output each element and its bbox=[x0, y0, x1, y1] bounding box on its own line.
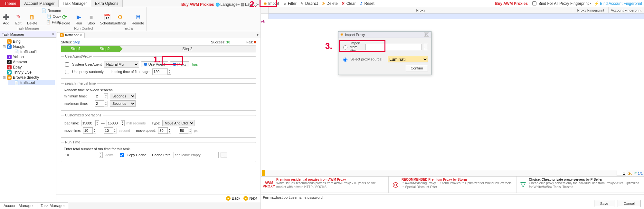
move-time-max[interactable] bbox=[104, 127, 113, 134]
tree-item-yahoo[interactable]: YYahoo bbox=[1, 54, 55, 59]
tips-link[interactable]: Tips bbox=[191, 62, 198, 66]
bind-account-button[interactable]: ⚡Bind Account Fingerprint bbox=[594, 1, 642, 6]
random-proxy-checkbox[interactable] bbox=[65, 70, 69, 74]
spinner-buttons[interactable]: ▲▼ bbox=[104, 93, 108, 99]
min-time-input[interactable] bbox=[95, 93, 104, 99]
refresh-icon[interactable]: ⟳ bbox=[634, 171, 637, 175]
proxy-source-radio[interactable] bbox=[343, 58, 347, 62]
import-file-radio[interactable] bbox=[343, 45, 347, 50]
go-button[interactable]: Go bbox=[628, 171, 632, 175]
tab-extra-options[interactable]: Extra Options bbox=[91, 0, 123, 7]
spinner-buttons[interactable]: ▲▼ bbox=[168, 128, 171, 133]
move-speed-min[interactable] bbox=[158, 127, 168, 134]
close-tab-icon[interactable]: × bbox=[80, 33, 82, 37]
delete-icon: ⊘ bbox=[321, 1, 326, 6]
tree-item-amazon[interactable]: aAmazon bbox=[1, 59, 55, 65]
spinner-buttons[interactable]: ▲▼ bbox=[104, 101, 108, 106]
reset-button[interactable]: ↺Reset bbox=[359, 1, 374, 6]
stop-button[interactable]: ■Stop bbox=[85, 7, 98, 26]
type-combo[interactable]: Move And Click bbox=[162, 120, 194, 126]
proxy-button[interactable]: Proxy bbox=[170, 61, 189, 67]
tab-account-manager[interactable]: Account Manager bbox=[20, 0, 59, 7]
spinner-buttons[interactable]: ▲▼ bbox=[93, 128, 96, 133]
dialog-pin-icon[interactable]: ⇱ bbox=[424, 32, 429, 37]
tab-task-manager[interactable]: Task Manager bbox=[58, 0, 91, 7]
cancel-button[interactable]: Cancel bbox=[618, 200, 641, 207]
proxy-source-combo[interactable]: Luminati bbox=[388, 56, 428, 62]
spinner-buttons[interactable]: ▲▼ bbox=[99, 152, 103, 158]
grid-corner[interactable] bbox=[261, 7, 269, 13]
settings-button[interactable]: ⚙Settings bbox=[111, 7, 129, 26]
dialog-title-bar[interactable]: ◉ Import Proxy ⇱ bbox=[338, 32, 431, 38]
col-proxy[interactable]: Proxy bbox=[269, 7, 573, 13]
page-input[interactable] bbox=[617, 171, 626, 176]
load-time-min[interactable] bbox=[81, 120, 96, 126]
spinner-buttons[interactable]: ▲▼ bbox=[96, 120, 99, 126]
ad-storm[interactable]: ◎ RECOMMENDED Premium Proxy by Storm::: … bbox=[389, 177, 516, 193]
max-time-input[interactable] bbox=[95, 100, 104, 107]
move-time-min[interactable] bbox=[83, 127, 93, 134]
max-unit-combo[interactable]: Seconds bbox=[110, 100, 136, 107]
add-button[interactable]: ➕Add bbox=[0, 7, 12, 26]
chevron-down-icon[interactable]: ▾ bbox=[52, 32, 54, 36]
confirm-button[interactable]: Confirm bbox=[406, 65, 428, 71]
grid-row-selected[interactable] bbox=[269, 14, 644, 19]
system-ua-checkbox[interactable] bbox=[65, 62, 69, 67]
run-count-input[interactable] bbox=[64, 152, 99, 158]
google-icon: G bbox=[7, 44, 12, 49]
import-file-path[interactable] bbox=[365, 44, 422, 50]
buy-proxies-link-2[interactable]: Buy AWM Proxies bbox=[495, 1, 528, 6]
collapse-icon[interactable]: ⊟ bbox=[3, 75, 6, 80]
col-account-fp[interactable]: Account Fingerprint bbox=[609, 7, 644, 13]
bottom-tab-account[interactable]: Account Manager bbox=[0, 202, 37, 209]
min-unit-combo[interactable]: Seconds bbox=[110, 93, 136, 99]
next-button[interactable]: ►Next bbox=[243, 196, 257, 201]
clear-button[interactable]: ✖Clear bbox=[341, 1, 356, 6]
ad-pseller[interactable]: ▽ Choice: Cheap private proxy servers by… bbox=[516, 177, 644, 193]
doc-tab-menu[interactable]: ▾ bbox=[255, 32, 260, 37]
col-proxy-fp[interactable]: Proxy Fingerprint bbox=[573, 7, 609, 13]
bottom-tab-task[interactable]: Task Manager bbox=[37, 202, 68, 209]
back-button[interactable]: ◄Back bbox=[226, 196, 241, 201]
amazon-icon: a bbox=[7, 60, 12, 64]
spinner-buttons[interactable]: ▲▼ bbox=[113, 128, 117, 133]
load-time-max[interactable] bbox=[107, 120, 121, 126]
delete-button[interactable]: ⊘Delete bbox=[321, 1, 338, 6]
tree-item-browse-directly[interactable]: ⊟⟳Browse directly bbox=[1, 75, 55, 80]
tree-item-google[interactable]: ⊟GGoogle bbox=[1, 44, 55, 49]
reload-button[interactable]: ⟳Reload bbox=[56, 7, 73, 26]
step-2[interactable]: Step2 bbox=[90, 45, 119, 52]
tab-theme[interactable]: Theme bbox=[0, 0, 20, 7]
copy-cache-checkbox[interactable] bbox=[120, 153, 124, 157]
save-button[interactable]: Save bbox=[594, 200, 614, 207]
move-speed-max[interactable] bbox=[179, 127, 188, 134]
tree-item-ebay[interactable]: eEbay bbox=[1, 65, 55, 70]
buy-proxies-link[interactable]: Buy AWM Proxies bbox=[181, 2, 214, 7]
filter-button[interactable]: ⌕Filter bbox=[282, 1, 297, 6]
tree-item-trafficbot1[interactable]: 📄trafficbot1 bbox=[8, 49, 55, 54]
import-button[interactable]: ◉Import bbox=[263, 1, 279, 6]
ua-combo[interactable]: Natural Mix bbox=[104, 61, 139, 68]
spinner-buttons[interactable]: ▲▼ bbox=[188, 128, 192, 133]
cache-path-input[interactable] bbox=[174, 152, 219, 158]
delete-button[interactable]: 🗑Delete bbox=[24, 7, 40, 26]
distinct-button[interactable]: ✎Distinct bbox=[300, 1, 318, 6]
remote-button[interactable]: 🖥Remote bbox=[129, 7, 147, 26]
step-3[interactable]: Step3 bbox=[119, 45, 256, 52]
tree-item-bing[interactable]: bBing bbox=[1, 39, 55, 44]
tree-item-thrvly[interactable]: ⦿Thrvly Live bbox=[1, 70, 55, 75]
run-button[interactable]: ▶Run bbox=[73, 7, 85, 26]
step-1[interactable]: Step1 bbox=[61, 45, 90, 52]
spinner-buttons[interactable]: ▲▼ bbox=[168, 69, 171, 75]
doc-tab-trafficbot[interactable]: ⟳trafficbot× bbox=[57, 32, 85, 38]
load-first-input[interactable] bbox=[152, 68, 168, 75]
ad-awm[interactable]: AWM PROXY Premium residential proxies fr… bbox=[261, 177, 389, 193]
browse-cache-button[interactable]: … bbox=[221, 152, 227, 158]
tree-item-trafficbot[interactable]: 📄trafficbot bbox=[8, 80, 55, 85]
spinner-buttons[interactable]: ▲▼ bbox=[121, 120, 125, 126]
language-menu[interactable]: 🌐Language ▾ bbox=[215, 2, 240, 7]
collapse-icon[interactable]: ⊟ bbox=[3, 44, 6, 49]
browse-file-button[interactable]: … bbox=[424, 44, 428, 50]
bind-all-checkbox[interactable] bbox=[532, 1, 536, 5]
edit-button[interactable]: ✎Edit bbox=[12, 7, 24, 26]
